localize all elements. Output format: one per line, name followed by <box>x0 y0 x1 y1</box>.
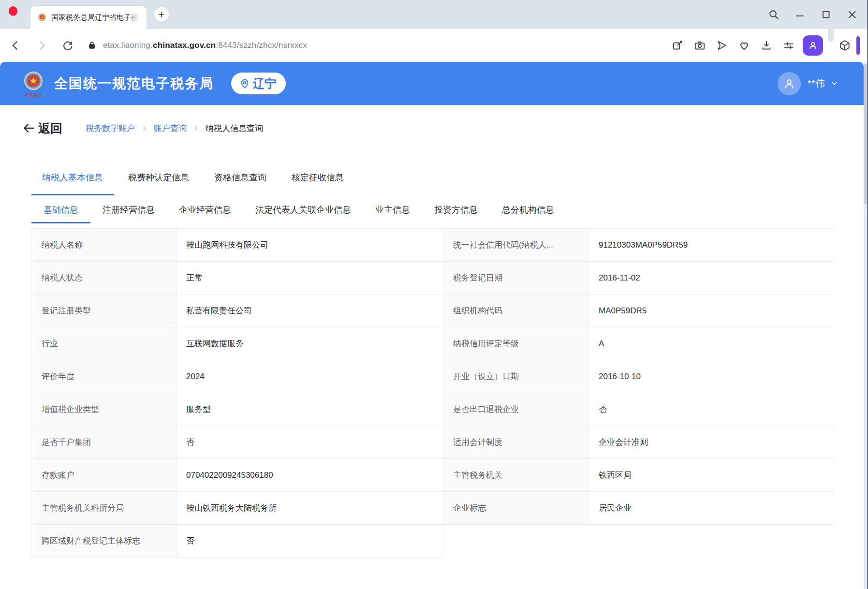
downloads-button[interactable] <box>760 39 773 52</box>
profile-person-icon <box>807 40 819 51</box>
page-content: 中国税务 全国统一规范电子税务局 辽宁 **伟 返回 税务数字账户 账户查询 纳… <box>0 62 868 589</box>
url-path: :8443/szzh/zhcx/nsrxxcx <box>216 41 307 50</box>
row-label: 是否千户集团 <box>32 426 177 459</box>
region-selector[interactable]: 辽宁 <box>231 73 286 94</box>
opera-logo-icon[interactable] <box>9 6 17 16</box>
row-label: 纳税人状态 <box>32 262 177 294</box>
maximize-button[interactable] <box>820 9 832 20</box>
forward-button[interactable] <box>35 39 48 52</box>
subtab-owner-info[interactable]: 业主信息 <box>363 203 422 223</box>
reload-button[interactable] <box>61 39 74 52</box>
row-label: 登记注册类型 <box>32 294 177 327</box>
address-bar[interactable]: etax.liaoning.chinatax.gov.cn:8443/szzh/… <box>87 40 307 51</box>
tab-title-wrap: 国家税务总局辽宁省电子税 <box>51 13 142 22</box>
row-value: 0704022009245306180 <box>177 459 443 492</box>
send-to-flow-button[interactable] <box>716 39 728 52</box>
row-label: 开业（设立）日期 <box>443 360 589 393</box>
avatar-person-icon <box>782 77 796 90</box>
browser-tab[interactable]: 国家税务总局辽宁省电子税 <box>30 6 147 29</box>
plus-icon <box>158 11 165 18</box>
row-label: 主管税务机关科所分局 <box>32 492 177 525</box>
row-value: 否 <box>177 525 443 558</box>
row-value: 2016-11-02 <box>589 262 833 294</box>
breadcrumb: 返回 税务数字账户 账户查询 纳税人信息查询 <box>22 119 868 137</box>
breadcrumb-separator-icon <box>141 125 147 132</box>
row-value: 正常 <box>177 262 443 294</box>
tax-bureau-logo: 中国税务 <box>19 70 47 98</box>
row-value: 互联网数据服务 <box>177 327 443 360</box>
row-value: MA0P59DR5 <box>589 294 833 327</box>
breadcrumb-link-account-query[interactable]: 账户查询 <box>154 123 187 134</box>
url-prefix: etax.liaoning. <box>103 41 153 50</box>
site-header: 中国税务 全国统一规范电子税务局 辽宁 **伟 <box>0 62 864 105</box>
sub-tabs: 基础信息 注册经营信息 企业经营信息 法定代表人关联企业信息 业主信息 投资方信… <box>31 203 835 223</box>
subtab-business-info[interactable]: 企业经营信息 <box>167 203 243 223</box>
back-link[interactable]: 返回 <box>22 120 62 136</box>
row-value: A <box>589 327 833 360</box>
page-scrollbar[interactable] <box>864 62 867 589</box>
pinboard-edit-button[interactable] <box>671 39 684 52</box>
back-label: 返回 <box>38 120 62 136</box>
close-button[interactable] <box>846 9 858 20</box>
row-value: 2016-10-10 <box>589 360 833 393</box>
tab-tax-type-determination[interactable]: 税费种认定信息 <box>118 171 200 195</box>
tax-emblem-icon <box>22 70 45 93</box>
row-label: 是否出口退税企业 <box>443 393 589 426</box>
tab-title-fade <box>128 13 142 22</box>
scrollbar-thumb[interactable] <box>864 64 867 204</box>
row-value: 否 <box>589 393 833 426</box>
minimize-button[interactable] <box>794 9 806 20</box>
row-label: 主管税务机关 <box>443 459 589 492</box>
row-value: 服务型 <box>177 393 443 426</box>
user-menu[interactable]: **伟 <box>778 72 839 95</box>
back-button[interactable] <box>9 39 22 52</box>
easy-setup-tune-button[interactable] <box>782 39 795 52</box>
row-value: 企业会计准则 <box>589 426 833 459</box>
row-value: 铁西区局 <box>589 459 833 492</box>
row-value: 私营有限责任公司 <box>177 294 443 327</box>
row-label: 行业 <box>32 327 177 360</box>
subtab-branch-info[interactable]: 总分机构信息 <box>490 203 566 223</box>
bookmark-heart-button[interactable] <box>738 39 750 52</box>
sidebar-toggle-pill[interactable] <box>856 36 860 55</box>
row-label: 评价年度 <box>32 360 177 393</box>
row-label: 跨区域财产税登记主体标志 <box>32 525 177 558</box>
snapshot-camera-button[interactable] <box>693 39 706 52</box>
row-label: 纳税人名称 <box>32 229 177 262</box>
table-empty-area <box>443 525 833 558</box>
subtab-investor-info[interactable]: 投资方信息 <box>422 203 490 223</box>
row-label: 统一社会信用代码(纳税人... <box>443 229 589 262</box>
toolbar-icon-group <box>671 39 795 52</box>
subtab-legal-rep-related[interactable]: 法定代表人关联企业信息 <box>243 203 363 223</box>
browser-toolbar: etax.liaoning.chinatax.gov.cn:8443/szzh/… <box>0 29 868 62</box>
search-button[interactable] <box>768 9 780 20</box>
user-name: **伟 <box>808 77 825 90</box>
lock-icon <box>87 40 97 51</box>
nav-button-group <box>9 39 74 52</box>
toolbar-extensions <box>671 29 860 62</box>
row-label: 税务登记日期 <box>443 262 589 294</box>
main-tabs: 纳税人基本信息 税费种认定信息 资格信息查询 核定征收信息 <box>31 171 835 195</box>
row-label: 企业标志 <box>443 492 589 525</box>
breadcrumb-link-digital-account[interactable]: 税务数字账户 <box>86 123 135 134</box>
tab-taxpayer-basic-info[interactable]: 纳税人基本信息 <box>31 171 114 195</box>
row-label: 增值税企业类型 <box>32 393 177 426</box>
avatar <box>778 72 801 95</box>
arrow-left-icon <box>22 122 35 134</box>
tab-qualification-info[interactable]: 资格信息查询 <box>204 171 277 195</box>
window-controls <box>768 0 858 29</box>
cube-icon <box>839 39 851 52</box>
row-value: 居民企业 <box>589 492 833 525</box>
logo-caption: 中国税务 <box>24 93 43 98</box>
sidebar-panel-button[interactable] <box>839 39 851 52</box>
subtab-registration-info[interactable]: 注册经营信息 <box>90 203 167 223</box>
browser-tab-strip: 国家税务总局辽宁省电子税 <box>0 0 868 29</box>
subtab-basic-info[interactable]: 基础信息 <box>31 203 90 223</box>
tab-assessed-collection[interactable]: 核定征收信息 <box>281 171 354 195</box>
url-text: etax.liaoning.chinatax.gov.cn:8443/szzh/… <box>103 41 307 50</box>
row-label: 存款账户 <box>32 459 177 492</box>
row-value: 2024 <box>177 360 443 393</box>
row-label: 纳税信用评定等级 <box>443 327 589 360</box>
profile-button[interactable] <box>803 35 823 56</box>
new-tab-button[interactable] <box>154 7 169 22</box>
